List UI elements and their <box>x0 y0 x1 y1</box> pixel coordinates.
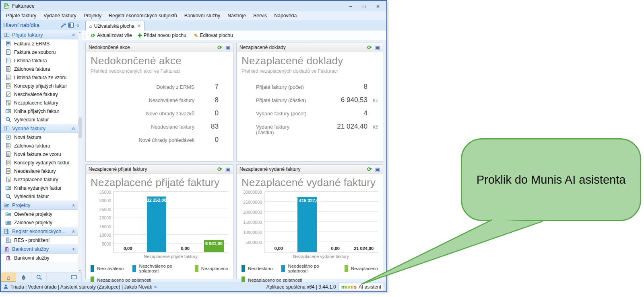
sidebar-item-kniha-p-ijat-ch-faktur[interactable]: Kniha přijatých faktur <box>1 107 78 115</box>
collapse-section-icon[interactable]: « <box>71 248 77 250</box>
sidebar-item-koncepty-p-ijat-ch-faktur[interactable]: Koncepty přijatých faktur <box>1 82 78 90</box>
bar-slot-neschv-leno: 0,00 <box>114 192 142 252</box>
legend-item-nezaplaceno: Nezaplaceno <box>195 265 228 272</box>
collapse-section-icon[interactable]: « <box>71 204 77 207</box>
sidebar-section-registr-ekonomick-ch[interactable]: Registr ekonomických...« <box>1 227 78 236</box>
refresh-icon[interactable]: ⟳ <box>217 44 222 51</box>
stat-label: Doklady z ERMS <box>91 84 194 90</box>
sidebar-item-neodeslan-faktury[interactable]: Neodeslané faktury <box>1 167 78 175</box>
menu-servis[interactable]: Servis <box>250 12 270 19</box>
sidebar-item-faktura-z-erms[interactable]: Faktura z ERMS <box>1 39 78 48</box>
collapse-section-icon[interactable]: « <box>71 230 77 233</box>
menu-p-ijat-faktury[interactable]: Přijaté faktury <box>2 12 40 19</box>
sidebar-item-bankovn-slu-by[interactable]: Bankovní služby <box>1 254 78 262</box>
tab-search[interactable] <box>31 273 47 282</box>
panel-layout-icon[interactable] <box>68 22 74 28</box>
toolbar-grip[interactable] <box>85 33 86 39</box>
pencil-icon <box>5 91 11 98</box>
sidebar-item-label: Nová faktura ze vzoru <box>14 152 61 157</box>
maximize-widget-icon[interactable]: ▣ <box>375 45 380 51</box>
menu-vydan-faktury[interactable]: Vydané faktury <box>40 12 80 19</box>
wrench-icon[interactable] <box>60 22 66 28</box>
scroll-up-icon[interactable]: ▲ <box>78 31 81 33</box>
sidebar-item-nov-faktura-ze-vzoru[interactable]: Nová faktura ze vzoru <box>1 150 78 158</box>
building-icon <box>3 228 10 235</box>
menu-bankovn-slu-by[interactable]: Bankovní služby <box>181 12 224 19</box>
status-expand-icon[interactable]: » <box>154 284 157 290</box>
sidebar-section-p-ijat-faktury[interactable]: Přijaté faktury« <box>1 30 78 39</box>
folder-icon <box>5 219 11 226</box>
menu-projekty[interactable]: Projekty <box>80 12 105 19</box>
toolbar-p-idat-novou-plochu[interactable]: ✚Přidat novou plochu <box>136 32 188 39</box>
collapse-sidebar-icon[interactable]: « <box>76 22 79 28</box>
sidebar-item-label: Faktura ze souboru <box>14 49 56 55</box>
scrollbar-thumb[interactable] <box>78 117 82 138</box>
tab-uzivatelska-plocha[interactable]: ⌂ Uživatelská plocha ✕ <box>85 21 144 31</box>
sidebar-item-z-lohov-faktura[interactable]: Zálohová faktura <box>1 141 78 150</box>
sidebar-item-res-prohl-en[interactable]: RES - prohlížení <box>1 236 78 244</box>
sidebar-footer-tabs: ⌂ <box>1 272 82 282</box>
sidebar-item-nezaplacen-faktury[interactable]: Nezaplacené faktury <box>1 175 78 184</box>
tab-close-icon[interactable]: ✕ <box>137 23 141 29</box>
scroll-down-icon[interactable]: ▼ <box>78 269 81 272</box>
close-button[interactable]: × <box>372 2 384 10</box>
sidebar-item-listinn-faktura-ze-vzoru[interactable]: Listinná faktura ze vzoru <box>1 73 78 82</box>
sidebar-item-z-lohov-faktura[interactable]: Zálohová faktura <box>1 65 78 73</box>
minimize-button[interactable]: – <box>345 2 357 10</box>
collapse-section-icon[interactable]: « <box>71 33 77 36</box>
toolbar-aktualizovat-v-e[interactable]: ⟳Aktualizovat vše <box>89 32 134 39</box>
doc-icon <box>5 49 11 55</box>
app-window: Fakturace –□× Přijaté fakturyVydané fakt… <box>0 0 387 292</box>
status-user-text: Triada | Vedení úřadu | Asistent starost… <box>10 284 152 290</box>
sidebar-item-koncepty-vydan-ch-faktur[interactable]: Koncepty vydaných faktur <box>1 158 78 167</box>
book-icon <box>3 32 10 38</box>
sidebar-item-nezaplacen-faktury[interactable]: Nezaplacené faktury <box>1 98 78 107</box>
book-icon <box>5 185 11 191</box>
widget-header-title: Nezaplacené přijaté faktury <box>89 166 217 172</box>
maximize-button[interactable]: □ <box>358 2 370 10</box>
sidebar-item-vyhled-n-faktur[interactable]: Vyhledání faktur <box>1 115 78 124</box>
munis-ai-assistant-button[interactable]: munis AI asistent <box>339 283 384 291</box>
status-app-info: Aplikace spuštěna x64 | 3.44.1.0 <box>266 284 336 290</box>
toolbar-editovat-plochu[interactable]: ✎Editovat plochu <box>192 32 235 39</box>
sidebar-item-listinn-faktura[interactable]: Listinná faktura <box>1 56 78 65</box>
callout-text: Proklik do Munis AI asistenta <box>477 173 626 186</box>
menu-n-pov-da[interactable]: Nápověda <box>270 12 300 19</box>
menu-registr-ekonomick-ch-subjekt[interactable]: Registr ekonomických subjektů <box>105 12 181 19</box>
sidebar-item-kniha-vydan-ch-faktur[interactable]: Kniha vydaných faktur <box>1 184 78 192</box>
refresh-icon[interactable]: ⟳ <box>217 166 222 172</box>
sidebar-section-projekty[interactable]: Projekty« <box>1 201 78 210</box>
maximize-widget-icon[interactable]: ▣ <box>225 45 230 51</box>
menu-n-stroje[interactable]: Nástroje <box>224 12 250 19</box>
pay-icon <box>5 176 11 183</box>
sidebar-section-vydan-faktury[interactable]: Vydané faktury« <box>1 124 78 133</box>
stat-row: Vydané faktury (počet)4 <box>242 109 378 117</box>
sidebar-item-otev-en-projekty[interactable]: Otevřené projekty <box>1 210 78 218</box>
collapse-section-icon[interactable]: « <box>71 127 77 130</box>
stat-label: Nové úhrady závazků <box>91 111 194 117</box>
sidebar-item-faktura-ze-souboru[interactable]: Faktura ze souboru <box>1 48 78 56</box>
munis-logo-letter: n <box>349 284 352 290</box>
screenshot-stage: Fakturace –□× Přijaté fakturyVydané fakt… <box>0 0 644 297</box>
legend-swatch <box>281 265 285 272</box>
widget-nezaplacene-doklady: Nezaplacené doklady ⟳ ▣ Nezaplacené dokl… <box>236 43 383 162</box>
sidebar-scrollbar[interactable]: ▲ ▼ <box>78 30 82 272</box>
sidebar-item-z-lohov-projekty[interactable]: Zálohové projekty <box>1 218 78 227</box>
maximize-widget-icon[interactable]: ▣ <box>375 166 380 172</box>
refresh-icon[interactable]: ⟳ <box>367 166 372 172</box>
sidebar-item-vyhled-n-faktur[interactable]: Vyhledání faktur <box>1 192 78 201</box>
legend-swatch <box>195 265 198 272</box>
refresh-icon[interactable]: ⟳ <box>367 44 372 51</box>
maximize-widget-icon[interactable]: ▣ <box>225 166 230 172</box>
tab-favorites[interactable] <box>16 273 31 282</box>
tab-messages[interactable] <box>66 273 82 282</box>
stat-row: Nové úhrady pohledávek0 <box>91 136 228 144</box>
window-controls: –□× <box>345 2 384 10</box>
tab-home[interactable]: ⌂ <box>1 273 16 282</box>
sidebar-item-neschv-len-faktury[interactable]: Neschválené faktury <box>1 90 78 98</box>
flame-icon <box>21 274 26 280</box>
section-label: Projekty <box>12 203 30 208</box>
sidebar-item-nov-faktura[interactable]: Nová faktura <box>1 133 78 141</box>
book-icon <box>5 108 11 115</box>
sidebar-section-bankovn-slu-by[interactable]: Bankovní služby« <box>1 244 78 254</box>
